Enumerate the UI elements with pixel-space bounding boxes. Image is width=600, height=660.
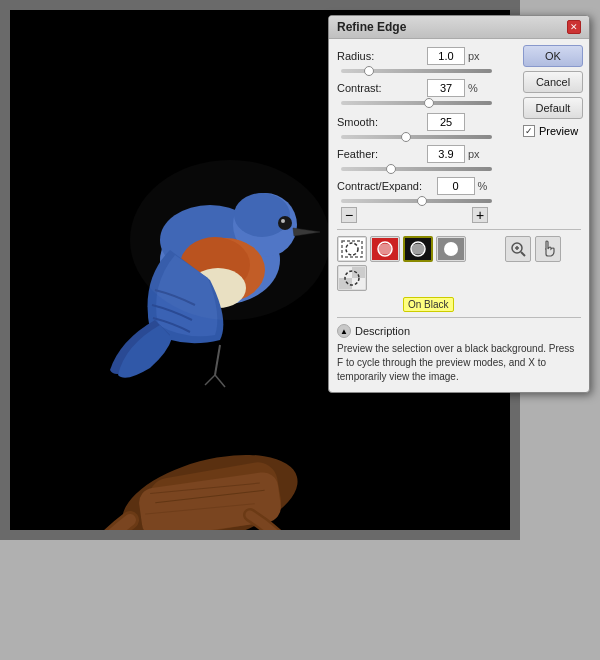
tool-icons <box>505 236 561 262</box>
separator-1 <box>337 229 581 230</box>
feather-row: Feather: px <box>337 145 492 163</box>
dialog-titlebar: Refine Edge ✕ <box>329 16 589 39</box>
minus-plus-row: − + <box>337 207 492 223</box>
on-black-tooltip-area: On Black <box>401 297 581 311</box>
plus-button[interactable]: + <box>472 207 488 223</box>
svg-point-19 <box>130 160 330 320</box>
contrast-row: Contrast: % <box>337 79 492 97</box>
radius-row: Radius: px <box>337 47 492 65</box>
cancel-button[interactable]: Cancel <box>523 71 583 93</box>
contract-expand-row: Contract/Expand: % <box>337 177 492 195</box>
smooth-input[interactable] <box>427 113 465 131</box>
zoom-tool-icon[interactable] <box>505 236 531 262</box>
svg-rect-31 <box>339 267 352 278</box>
smooth-slider[interactable] <box>341 135 492 139</box>
smooth-row: Smooth: <box>337 113 492 131</box>
feather-slider-row <box>337 167 492 171</box>
action-buttons: OK Cancel Default ✓ Preview <box>523 45 583 137</box>
contract-expand-thumb[interactable] <box>417 196 427 206</box>
description-text: Preview the selection over a black backg… <box>337 342 581 384</box>
radius-slider-row <box>337 69 492 73</box>
dialog-title: Refine Edge <box>337 20 406 34</box>
feather-input[interactable] <box>427 145 465 163</box>
hand-tool-icon[interactable] <box>535 236 561 262</box>
on-black-label: On Black <box>403 297 454 312</box>
close-icon: ✕ <box>570 22 578 32</box>
contract-expand-slider[interactable] <box>341 199 492 203</box>
smooth-label: Smooth: <box>337 116 427 128</box>
preview-checkbox-row: ✓ Preview <box>523 125 583 137</box>
contrast-thumb[interactable] <box>424 98 434 108</box>
smooth-slider-row <box>337 135 492 139</box>
description-section: ▲ Description Preview the selection over… <box>337 324 581 384</box>
svg-point-29 <box>444 242 458 256</box>
preview-on-layers[interactable] <box>337 265 367 291</box>
feather-thumb[interactable] <box>386 164 396 174</box>
preview-label: Preview <box>539 125 578 137</box>
dialog-body: OK Cancel Default ✓ Preview Radius: px <box>329 39 589 392</box>
description-header: ▲ Description <box>337 324 581 338</box>
minus-button[interactable]: − <box>341 207 357 223</box>
contract-expand-input[interactable] <box>437 177 475 195</box>
contrast-unit: % <box>468 82 484 94</box>
preview-mask[interactable] <box>436 236 466 262</box>
contract-expand-unit: % <box>478 180 492 192</box>
form-fields: Radius: px Contrast: % <box>337 47 492 223</box>
feather-unit: px <box>468 148 484 160</box>
contrast-slider[interactable] <box>341 101 492 105</box>
feather-label: Feather: <box>337 148 427 160</box>
radius-slider[interactable] <box>341 69 492 73</box>
contract-expand-label: Contract/Expand: <box>337 180 437 192</box>
preview-marching-ants[interactable] <box>337 236 367 262</box>
feather-slider[interactable] <box>341 167 492 171</box>
description-section-label: Description <box>355 325 410 337</box>
preview-on-black[interactable] <box>403 236 433 262</box>
smooth-thumb[interactable] <box>401 132 411 142</box>
radius-label: Radius: <box>337 50 427 62</box>
separator-2 <box>337 317 581 318</box>
preview-icons-row <box>337 236 497 291</box>
preview-tools-area <box>337 236 581 297</box>
contrast-label: Contrast: <box>337 82 427 94</box>
contract-expand-slider-row <box>337 199 492 203</box>
refine-edge-dialog: Refine Edge ✕ OK Cancel Default ✓ Previe… <box>328 15 590 393</box>
preview-on-red[interactable] <box>370 236 400 262</box>
contrast-input[interactable] <box>427 79 465 97</box>
radius-unit: px <box>468 50 484 62</box>
svg-line-37 <box>521 252 525 256</box>
radius-thumb[interactable] <box>364 66 374 76</box>
collapse-button[interactable]: ▲ <box>337 324 351 338</box>
preview-checkbox[interactable]: ✓ <box>523 125 535 137</box>
ok-button[interactable]: OK <box>523 45 583 67</box>
contrast-slider-row <box>337 101 492 105</box>
default-button[interactable]: Default <box>523 97 583 119</box>
radius-input[interactable] <box>427 47 465 65</box>
close-button[interactable]: ✕ <box>567 20 581 34</box>
